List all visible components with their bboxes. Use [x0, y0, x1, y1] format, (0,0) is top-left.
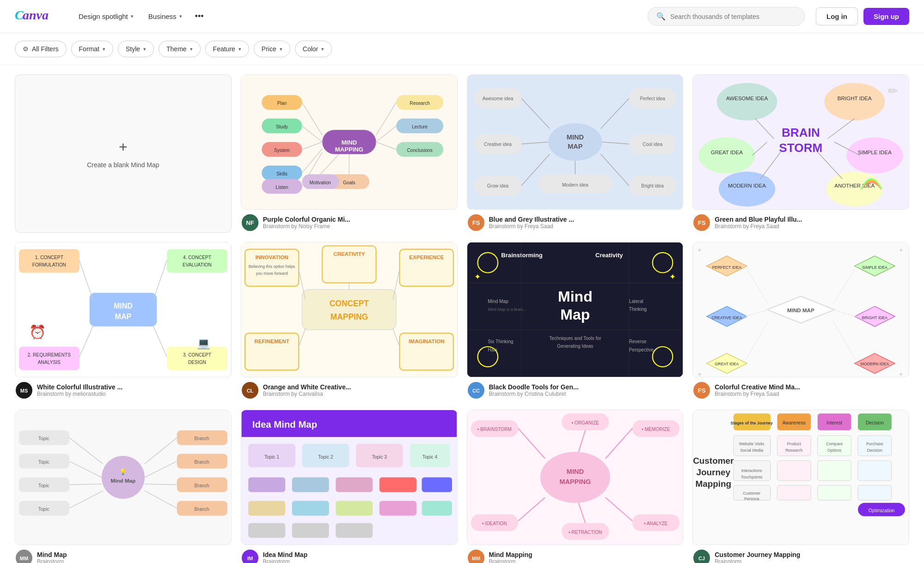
- template-card-4[interactable]: MIND MAP 1. CONCEPT FORMULATION 4. CONCE…: [15, 242, 232, 400]
- svg-text:DESIGN: DESIGN: [188, 360, 206, 365]
- template-card-6[interactable]: Brainstorming Creativity Mind Map Mind M…: [467, 242, 684, 400]
- card-sub-10: Brainstorm: [489, 558, 532, 563]
- format-label: Format: [79, 45, 99, 53]
- color-filter-button[interactable]: Color ▾: [295, 41, 332, 57]
- card-title-7: Colorful Creative Mind Ma...: [715, 383, 800, 391]
- card-text-6: Black Doodle Tools for Gen... Brainstorm…: [489, 383, 579, 397]
- svg-point-76: [826, 171, 883, 206]
- svg-text:Conclusions: Conclusions: [407, 148, 432, 153]
- price-filter-button[interactable]: Price ▾: [254, 41, 290, 57]
- svg-point-68: [825, 83, 885, 120]
- svg-text:Research: Research: [410, 101, 430, 106]
- card-info-6: CC Black Doodle Tools for Gen... Brainst…: [467, 377, 684, 400]
- card-info-3: FS Green and Blue Playful Illu... Brains…: [692, 210, 909, 233]
- chevron-down-icon: ▾: [103, 46, 105, 52]
- svg-rect-240: [422, 501, 452, 515]
- feature-filter-button[interactable]: Feature ▾: [205, 41, 249, 57]
- signup-button[interactable]: Sign up: [863, 8, 909, 25]
- svg-text:EXPERIENCE: EXPERIENCE: [409, 254, 444, 260]
- template-card-1[interactable]: MIND MAPPING Plan Study System Skills Li…: [241, 74, 458, 233]
- format-filter-button[interactable]: Format ▾: [71, 41, 113, 57]
- avatar-8: MM: [16, 550, 32, 563]
- svg-text:IM: IM: [247, 556, 253, 561]
- price-label: Price: [262, 45, 276, 53]
- canva-logo[interactable]: C anva: [15, 6, 61, 26]
- svg-rect-241: [248, 523, 285, 538]
- svg-text:Topic 4: Topic 4: [422, 454, 438, 460]
- theme-filter-button[interactable]: Theme ▾: [159, 41, 201, 57]
- template-card-3[interactable]: AWESOME IDEA BRIGHT IDEA GREAT IDEA SIMP…: [692, 74, 909, 233]
- more-nav-button[interactable]: •••: [190, 8, 208, 25]
- svg-text:💻: 💻: [197, 336, 211, 349]
- card-sub-1: Brainstorm by Noisy Frame: [263, 223, 350, 230]
- auth-buttons: Log in Sign up: [816, 7, 909, 25]
- card-info-4: MS White Colorful Illustrative ... Brain…: [15, 377, 232, 400]
- card-sub-5: Brainstorm by Canvalisa: [263, 391, 351, 397]
- card-sub-8: Brainstorm: [37, 558, 67, 563]
- card-title-3: Green and Blue Playful Illu...: [715, 216, 802, 223]
- template-card-2[interactable]: MIND MAP Awesome idea Creative idea Grow…: [467, 74, 684, 233]
- svg-text:Topic: Topic: [38, 460, 49, 465]
- svg-text:💡: 💡: [119, 468, 127, 476]
- svg-text:anva: anva: [23, 8, 49, 22]
- svg-text:• IDEATION: • IDEATION: [482, 521, 507, 526]
- svg-text:CL: CL: [246, 388, 253, 393]
- avatar-2: FS: [468, 214, 484, 231]
- card-title-6: Black Doodle Tools for Gen...: [489, 383, 579, 391]
- svg-text:Branch: Branch: [194, 483, 209, 488]
- svg-text:Listen: Listen: [275, 185, 288, 190]
- svg-text:Techniques and Tools for: Techniques and Tools for: [549, 336, 601, 341]
- svg-text:⏰: ⏰: [29, 324, 46, 340]
- card-title-11: Customer Journey Mapping: [715, 551, 800, 558]
- svg-text:MAP: MAP: [115, 313, 132, 321]
- svg-text:Persona: Persona: [744, 496, 759, 501]
- svg-rect-305: [777, 485, 811, 500]
- svg-text:✦: ✦: [697, 247, 703, 254]
- svg-text:MIND: MIND: [341, 139, 356, 146]
- svg-text:MIND: MIND: [566, 133, 583, 141]
- template-card-9[interactable]: Idea Mind Map Topic 1 Topic 2 Topic 3 To…: [241, 410, 458, 563]
- svg-rect-306: [818, 485, 851, 500]
- template-card-5[interactable]: CONCEPT MAPPING INNOVATION Believing thi…: [241, 242, 458, 400]
- svg-rect-231: [248, 477, 285, 492]
- svg-text:Branch: Branch: [194, 507, 209, 512]
- card-text-2: Blue and Grey Illustrative ... Brainstor…: [489, 216, 574, 230]
- card-title-8: Mind Map: [37, 551, 67, 558]
- svg-text:Modern idea: Modern idea: [562, 182, 588, 188]
- svg-text:FS: FS: [698, 219, 706, 226]
- card-text-5: Orange and White Creative... Brainstorm …: [263, 383, 351, 397]
- design-spotlight-nav[interactable]: Design spotlight ▾: [72, 9, 140, 24]
- svg-text:INNOVATION: INNOVATION: [255, 254, 288, 260]
- style-label: Style: [126, 45, 140, 53]
- svg-text:PERFECT IDEA: PERFECT IDEA: [712, 265, 741, 270]
- avatar-1: NF: [242, 214, 258, 231]
- svg-text:EVALUATION: EVALUATION: [183, 262, 212, 267]
- create-blank-button[interactable]: + Create a blank Mind Map: [15, 74, 232, 233]
- template-card-11[interactable]: Stages of the Journey Awareness Interest…: [692, 410, 909, 563]
- svg-rect-105: [167, 346, 227, 370]
- svg-rect-97: [167, 249, 227, 273]
- svg-text:✦: ✦: [669, 272, 676, 281]
- chevron-down-icon: ▾: [321, 46, 324, 52]
- svg-text:Creative idea: Creative idea: [484, 142, 512, 147]
- template-card-10[interactable]: MIND MAPPING " " • BRAINSTORM • ORGANIZE…: [467, 410, 684, 563]
- business-nav[interactable]: Business ▾: [142, 9, 189, 24]
- svg-text:Journey: Journey: [697, 467, 731, 477]
- style-filter-button[interactable]: Style ▾: [118, 41, 154, 57]
- template-card-7[interactable]: MIND MAP PERFECT IDEA SIMPLE IDEA CREATI…: [692, 242, 909, 400]
- login-button[interactable]: Log in: [816, 7, 858, 25]
- svg-text:Lecture: Lecture: [412, 124, 428, 129]
- svg-text:Motivation: Motivation: [309, 180, 330, 185]
- svg-text:Branch: Branch: [194, 460, 209, 465]
- card-info-2: FS Blue and Grey Illustrative ... Brains…: [467, 210, 684, 233]
- svg-text:Mind Map: Mind Map: [488, 299, 508, 304]
- svg-rect-236: [248, 501, 285, 515]
- template-card-8[interactable]: 💡 Mind Map Topic Topic Topic Topic Branc…: [15, 410, 232, 563]
- svg-rect-243: [336, 523, 373, 538]
- svg-rect-242: [292, 523, 329, 538]
- svg-text:Perfect idea: Perfect idea: [640, 96, 665, 101]
- svg-text:MIND: MIND: [114, 302, 133, 310]
- all-filters-button[interactable]: ⚙ All Filters: [15, 41, 67, 57]
- header: C anva Design spotlight ▾ Business ▾ •••…: [0, 0, 924, 33]
- search-input[interactable]: [670, 13, 796, 20]
